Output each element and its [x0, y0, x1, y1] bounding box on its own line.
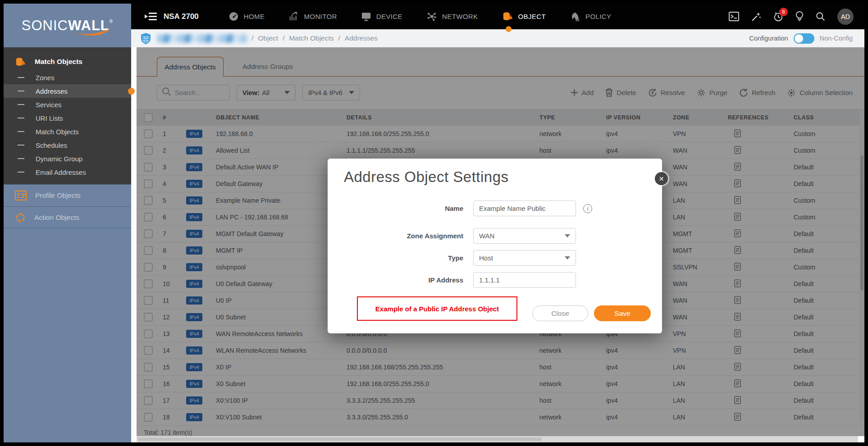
logo-sonic: SONIC	[22, 18, 68, 33]
horizontal-scrollbar-thumb[interactable]	[137, 437, 542, 441]
dash-icon	[18, 131, 24, 132]
nav-label: POLICY	[585, 13, 611, 20]
nav-item-object[interactable]: OBJECT	[490, 4, 558, 29]
crosshair-icon	[15, 212, 26, 223]
main-nav: HOMEMONITORDEVICENETWORKOBJECTPOLICY	[217, 4, 624, 29]
ip-address-field[interactable]: 1.1.1.1	[473, 272, 576, 288]
sidebar-item-label: URI Lists	[36, 114, 63, 122]
annotation-box: Example of a Public IP Address Object	[357, 296, 517, 321]
dash-icon	[18, 77, 24, 78]
non-config-label: Non-Config	[820, 35, 853, 42]
sidebar-group-match-objects: Match Objects	[4, 53, 131, 71]
nav-label: MONITOR	[304, 13, 337, 20]
sidebar-item-label: Services	[36, 101, 62, 109]
notification-badge: 8	[779, 8, 788, 16]
field-value: Host	[479, 254, 493, 262]
policy-icon	[570, 12, 580, 21]
sonicwall-wordmark: SONICWALL®	[22, 18, 113, 34]
registered-mark: ®	[110, 19, 113, 24]
search-icon[interactable]	[816, 12, 825, 21]
dash-icon	[18, 91, 24, 91]
bulb-icon[interactable]	[795, 11, 804, 22]
sidebar-section-action-objects[interactable]: Action Objects	[4, 206, 131, 228]
zone-assignment-select[interactable]: WAN	[473, 228, 576, 244]
utility-icons: 8AD	[729, 9, 854, 25]
form-row-type: TypeHost	[328, 250, 662, 266]
sidebar-item-services[interactable]: Services	[4, 98, 131, 111]
config-mode-switch: Configuration Non-Config	[749, 33, 853, 44]
close-button[interactable]: Close	[532, 305, 588, 321]
field-value: WAN	[479, 232, 494, 240]
modal-actions: Close Save	[532, 305, 651, 321]
annotation-text: Example of a Public IP Address Object	[375, 305, 499, 313]
address-object-settings-modal: Address Object Settings ✕ NameExample Na…	[328, 159, 662, 333]
breadcrumb-separator: /	[338, 34, 340, 42]
toggle-knob	[795, 34, 803, 43]
type-select[interactable]: Host	[473, 250, 576, 266]
breadcrumb-segment-addresses[interactable]: Addresses	[345, 34, 378, 42]
breadcrumb-segment-match-objects[interactable]: Match Objects	[289, 34, 333, 42]
top-navigation-bar: NSA 2700 HOMEMONITORDEVICENETWORKOBJECTP…	[131, 4, 864, 29]
info-icon: i	[583, 204, 592, 213]
device-name: NSA 2700	[164, 12, 199, 21]
nav-item-device[interactable]: DEVICE	[349, 4, 415, 29]
nav-label: OBJECT	[518, 13, 546, 20]
sidebar-item-label: Dynamic Group	[36, 155, 82, 163]
nav-label: DEVICE	[376, 13, 402, 20]
modal-title: Address Object Settings	[344, 168, 509, 186]
sidebar-item-addresses[interactable]: Addresses	[4, 84, 131, 98]
breadcrumb-segment-object[interactable]: Object	[258, 34, 278, 42]
sidebar-item-zones[interactable]: Zones	[4, 71, 131, 84]
breadcrumb: /Object/Match Objects/Addresses	[247, 34, 378, 42]
sidebar-item-match-objects[interactable]: Match Objects	[4, 125, 131, 138]
sonicwall-logo: SONICWALL®	[4, 4, 131, 47]
close-icon[interactable]: ✕	[655, 172, 668, 185]
sidebar-section-label: Action Objects	[34, 214, 79, 222]
field-value: Example Name Public	[479, 205, 546, 212]
chevron-down-icon	[565, 234, 570, 237]
avatar[interactable]: AD	[837, 9, 854, 25]
wand-icon[interactable]	[751, 12, 761, 22]
sidebar-item-label: Email Addresses	[36, 168, 86, 176]
sidebar-item-label: Schedules	[36, 141, 67, 149]
terminal-icon[interactable]	[729, 12, 739, 21]
dash-icon	[18, 158, 24, 159]
nav-item-policy[interactable]: POLICY	[558, 4, 623, 29]
match-objects-cylinder-icon	[15, 57, 26, 67]
nav-item-network[interactable]: NETWORK	[415, 4, 490, 29]
form-row-ip-address: IP Address1.1.1.1	[328, 272, 662, 288]
firewall-name-redacted	[157, 34, 247, 43]
config-mode-toggle[interactable]	[794, 33, 814, 44]
sidebar: SONICWALL® Match Objects ZonesAddressesS…	[4, 4, 131, 442]
zone-assignment-label: Zone Assignment	[328, 232, 463, 240]
firewall-shield-icon	[141, 32, 151, 45]
home-icon	[229, 12, 238, 21]
sidebar-item-schedules[interactable]: Schedules	[4, 138, 131, 152]
profile-card-icon	[15, 191, 27, 200]
save-button[interactable]: Save	[594, 305, 651, 321]
app-window: SONICWALL® Match Objects ZonesAddressesS…	[4, 4, 864, 442]
sidebar-item-email-addresses[interactable]: Email Addresses	[4, 165, 131, 179]
dash-icon	[18, 104, 24, 105]
network-icon	[427, 12, 437, 21]
sidebar-item-label: Match Objects	[36, 128, 79, 136]
sidebar-menu: Match Objects ZonesAddressesServicesURI …	[4, 47, 131, 184]
configuration-label: Configuration	[749, 35, 788, 42]
sidebar-scroll-gutter	[131, 47, 137, 442]
collapse-menu-icon[interactable]	[145, 12, 157, 21]
active-item-indicator	[128, 88, 135, 95]
device-selector[interactable]: NSA 2700	[145, 12, 199, 21]
sidebar-item-uri-lists[interactable]: URI Lists	[4, 111, 131, 125]
sidebar-item-dynamic-group[interactable]: Dynamic Group	[4, 152, 131, 165]
sidebar-item-label: Addresses	[36, 87, 68, 95]
dash-icon	[18, 118, 24, 118]
alarm-icon[interactable]: 8	[773, 12, 783, 22]
nav-item-monitor[interactable]: MONITOR	[277, 4, 349, 29]
sidebar-section-profile-objects[interactable]: Profile Objects	[4, 184, 131, 206]
nav-label: NETWORK	[442, 13, 478, 20]
device-icon	[361, 12, 371, 21]
breadcrumb-separator: /	[283, 34, 284, 42]
name-field[interactable]: Example Name Public	[473, 200, 576, 216]
horizontal-scrollbar[interactable]	[137, 436, 858, 442]
nav-item-home[interactable]: HOME	[217, 4, 277, 29]
